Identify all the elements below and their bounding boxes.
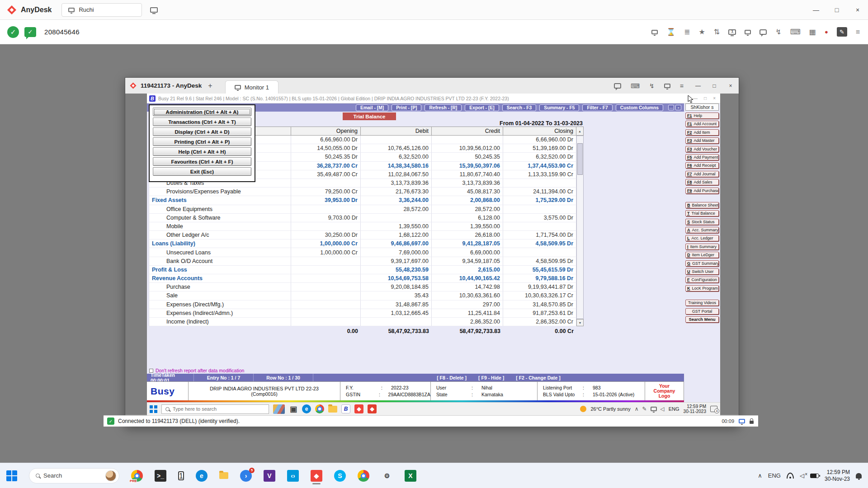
visual-studio-icon[interactable]: V bbox=[264, 470, 275, 482]
table-row[interactable]: Loans (Liability)1,00,000.00 Cr9,46,86,6… bbox=[149, 239, 584, 248]
table-row[interactable]: Purchase9,20,08,184.8514,742.989,19,93,4… bbox=[149, 283, 584, 291]
sidebar-button-balance-sheet[interactable]: BBalance Sheet bbox=[685, 202, 719, 208]
record-session-icon[interactable]: ● bbox=[825, 28, 828, 35]
chevron-up-icon[interactable]: ∧ bbox=[635, 406, 639, 412]
apps-grid-icon[interactable]: ▦ bbox=[809, 28, 816, 36]
actions-icon[interactable]: ↯ bbox=[649, 82, 655, 89]
sidebar-button-trial-balance[interactable]: TTrial Balance bbox=[685, 210, 719, 216]
anydesk-icon[interactable]: ◆ bbox=[354, 404, 363, 413]
sidebar-button-lock-program[interactable]: KLocK Program bbox=[685, 285, 719, 291]
anydesk-icon[interactable]: ◆ bbox=[311, 470, 322, 482]
sidebar-button-add-voucher[interactable]: F3Add Voucher bbox=[685, 146, 719, 152]
busy-app-icon[interactable]: B bbox=[341, 404, 350, 413]
scrollbar-thumb[interactable] bbox=[577, 143, 583, 175]
keyboard-icon[interactable]: ⌨ bbox=[631, 82, 640, 89]
minimize-button[interactable]: — bbox=[806, 0, 826, 20]
draw-icon[interactable]: ✎ bbox=[837, 27, 847, 37]
chat-icon[interactable] bbox=[760, 29, 767, 35]
chat-icon[interactable]: ›5 bbox=[240, 470, 252, 482]
toolbar-button-export-e[interactable]: Export - [E] bbox=[465, 104, 499, 111]
server-icon[interactable]: ≣ bbox=[684, 28, 690, 36]
settings-gear-icon[interactable]: ⚙ bbox=[381, 470, 393, 482]
volume-muted-icon[interactable]: ◁ bbox=[800, 472, 804, 479]
weather-text[interactable]: 26°C Partly sunny bbox=[590, 406, 630, 412]
favorites-icon[interactable]: ★ bbox=[699, 28, 705, 36]
chevron-up-icon[interactable]: ∧ bbox=[758, 472, 762, 479]
phone-link-icon[interactable]: 1 bbox=[178, 471, 184, 480]
sidebar-button-item-ledger[interactable]: DItem LeDger bbox=[685, 252, 719, 258]
sidebar-button-add-item[interactable]: F2Add Item bbox=[685, 129, 719, 136]
sidebar-button-switch-user[interactable]: USwitch User bbox=[685, 268, 719, 275]
language-indicator[interactable]: ENG bbox=[669, 406, 679, 412]
chat-icon[interactable] bbox=[614, 83, 621, 89]
sidebar-button-add-receipt[interactable]: F6Add Receipt bbox=[685, 162, 719, 169]
new-tab-button[interactable]: + bbox=[208, 82, 212, 90]
clock[interactable]: 12:59 PM 30-Nov-23 bbox=[825, 469, 850, 483]
sidebar-button-help[interactable]: F1Help bbox=[685, 113, 719, 119]
start-button[interactable] bbox=[6, 470, 17, 481]
monitor-tab[interactable]: Monitor 1 bbox=[225, 80, 278, 94]
menu-item-display[interactable]: Display (Ctrl + Alt + D) bbox=[153, 127, 251, 136]
sidebar-button-item-summary[interactable]: IItem Summary bbox=[685, 244, 719, 250]
sidebar-button-acc-summary[interactable]: AAcc. Summary bbox=[685, 227, 719, 233]
table-row[interactable]: Office Equipments28,572.0028,572.00 bbox=[149, 205, 584, 214]
toolbar-button-search-f3[interactable]: Search - F3 bbox=[502, 104, 537, 111]
sidebar-button-add-account[interactable]: F1Add Account bbox=[685, 121, 719, 127]
sidebar-button-add-sales[interactable]: F8Add Sales bbox=[685, 179, 719, 185]
chrome-pre-icon[interactable]: PRE bbox=[131, 470, 143, 482]
table-row[interactable]: Profit & Loss55,48,230.592,615.0055,45,6… bbox=[149, 266, 584, 274]
close-button[interactable]: × bbox=[713, 96, 716, 101]
table-row[interactable]: Unsecured Loans1,00,000.00 Cr7,69,000.00… bbox=[149, 248, 584, 257]
menu-item-favourites[interactable]: Favourites (Ctrl + Alt + F) bbox=[153, 157, 251, 166]
monitor-tab-icon[interactable]: 1 bbox=[728, 29, 736, 35]
sidebar-button-acc-ledger[interactable]: LAcc. Ledger bbox=[685, 235, 719, 241]
sidebar-button-training-videos[interactable]: Training Videos bbox=[685, 300, 719, 306]
sidebar-user-label[interactable]: ShKishor s bbox=[685, 103, 719, 111]
sidebar-button-add-purchase[interactable]: F9Add Purchase bbox=[685, 188, 719, 194]
monitors-icon[interactable] bbox=[651, 30, 658, 34]
table-row[interactable]: Sale35.4310,30,63,361.6010,30,63,326.17 … bbox=[149, 291, 584, 300]
notification-bell-icon[interactable] bbox=[856, 473, 862, 479]
menu-item-printing[interactable]: Printing (Ctrl + Alt + P) bbox=[153, 137, 251, 146]
table-row[interactable]: Income (Indirect)2,86,352.002,86,352.00 … bbox=[149, 318, 584, 326]
vscode-icon[interactable]: ‹› bbox=[287, 470, 299, 482]
scroll-down-button[interactable]: ▼ bbox=[576, 319, 584, 326]
toolbar-button-summary-f5[interactable]: Summary - F5 bbox=[539, 104, 579, 111]
close-button[interactable]: × bbox=[722, 78, 739, 94]
table-row[interactable]: Provisions/Expenses Payable79,250.00 Cr2… bbox=[149, 188, 584, 196]
table-row[interactable]: Fixed Assets39,953.00 Dr3,36,244.002,00,… bbox=[149, 196, 584, 205]
maximize-button[interactable]: □ bbox=[826, 0, 847, 20]
clock[interactable]: 12:59 PM 30-11-2023 bbox=[684, 404, 706, 414]
keyboard-icon[interactable]: ⌨ bbox=[790, 28, 801, 36]
table-row[interactable]: Other Ledger A/c30,250.00 Dr1,68,122.002… bbox=[149, 231, 584, 239]
restore-button[interactable]: □ bbox=[706, 78, 722, 94]
excel-icon[interactable]: X bbox=[405, 470, 416, 482]
menu-icon[interactable]: ≡ bbox=[856, 28, 860, 36]
report-close-button[interactable]: × bbox=[675, 105, 681, 110]
hourglass-icon[interactable]: ⌛ bbox=[666, 28, 675, 36]
table-row[interactable]: Bank O/D Account9,39,17,697.009,34,59,18… bbox=[149, 257, 584, 266]
sidebar-button-add-journal[interactable]: F7Add Journal bbox=[685, 171, 719, 177]
display-icon[interactable] bbox=[664, 84, 670, 88]
column-header-opening[interactable]: Opening bbox=[291, 127, 361, 136]
column-header-closing[interactable]: Closing bbox=[503, 127, 576, 136]
lock-icon[interactable] bbox=[750, 421, 754, 424]
display-icon[interactable] bbox=[651, 407, 657, 411]
column-header-credit[interactable]: Credit bbox=[432, 127, 503, 136]
file-transfer-icon[interactable]: ⇅ bbox=[714, 28, 720, 36]
column-header-debit[interactable]: Debit bbox=[361, 127, 432, 136]
monitor-icon[interactable] bbox=[739, 419, 745, 423]
search-input[interactable]: Search bbox=[29, 468, 119, 483]
report-minimize-button[interactable]: — bbox=[668, 105, 674, 110]
terminal-icon[interactable]: >_ bbox=[155, 470, 166, 482]
volume-muted-icon[interactable]: ◁ bbox=[660, 406, 665, 412]
toolbar-button-print-p[interactable]: Print - [P] bbox=[392, 104, 421, 111]
sidebar-button-configuration[interactable]: FConFiguration bbox=[685, 277, 719, 283]
chrome-icon[interactable] bbox=[315, 404, 324, 413]
start-button[interactable] bbox=[150, 405, 157, 413]
toolbar-button-email-m[interactable]: Email - [M] bbox=[356, 104, 388, 111]
sidebar-button-gst-summary[interactable]: GGST Summary bbox=[685, 260, 719, 267]
file-explorer-icon[interactable] bbox=[328, 406, 337, 413]
language-indicator[interactable]: ENG bbox=[768, 472, 781, 479]
sidebar-button-gst-portal[interactable]: GST Portal bbox=[685, 308, 719, 314]
